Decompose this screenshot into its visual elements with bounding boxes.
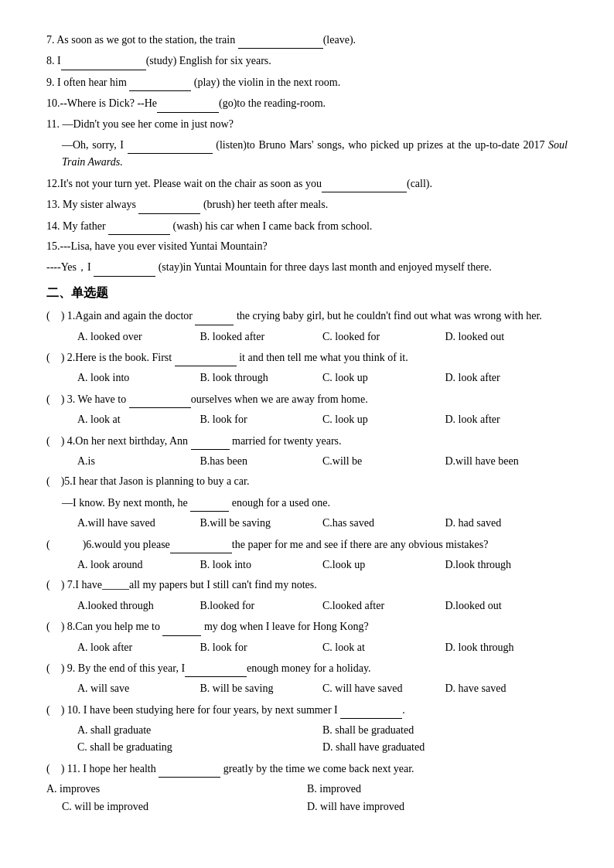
mc-q6: ( )6.would you please the paper for me a… [46, 536, 568, 553]
mc-q8-optD: D. look through [445, 639, 568, 656]
mc-q11-optA: A. improves [46, 781, 307, 798]
page-content: 7. As soon as we got to the station, the… [46, 31, 568, 815]
blank-7 [238, 31, 323, 49]
mc-q11-options: A. improves B. improved C. will be impro… [46, 781, 568, 815]
mc-q6-optA: A. look around [77, 557, 200, 574]
mc-q10-options: A. shall graduate B. shall be graduated … [46, 722, 568, 757]
mc-q9-optC: C. will have saved [322, 680, 445, 697]
q15a: 15.---Lisa, have you ever visited Yuntai… [46, 238, 568, 255]
mc-q8-optA: A. look after [77, 639, 200, 656]
mc-q8-optB: B. look for [200, 639, 323, 656]
mc-q4-optD: D.will have been [445, 453, 568, 470]
mc-q3-optC: C. look up [322, 411, 445, 428]
mc-q1-optC: C. looked for [322, 328, 445, 345]
mc-q5-options: A.will have saved B.will be saving C.has… [46, 515, 568, 532]
blank-9 [129, 73, 191, 91]
mc-q1-options: A. looked over B. looked after C. looked… [46, 328, 568, 345]
q14: 14. My father (wash) his car when I came… [46, 217, 568, 235]
mc-section: ( ) 1.Again and again the doctor the cry… [46, 307, 568, 815]
mc-q9-optB: B. will be saving [200, 680, 323, 697]
mc-q5-optA: A.will have saved [77, 515, 200, 532]
mc-q1-optA: A. looked over [77, 328, 200, 345]
mc-q6-optB: B. look into [200, 557, 323, 574]
q12: 12.It's not your turn yet. Please wait o… [46, 175, 568, 192]
blank-mc10 [340, 701, 402, 719]
mc-q5-optD: D. had saved [445, 515, 568, 532]
mc-q5a: ( )5.I hear that Jason is planning to bu… [46, 473, 568, 490]
mc-q11-optB: B. improved [307, 781, 568, 798]
fill-in-section: 7. As soon as we got to the station, the… [46, 31, 568, 277]
mc-q6-options: A. look around B. look into C.look up D.… [46, 557, 568, 574]
blank-13 [138, 196, 200, 213]
mc-q11-optC: C. will be improved [46, 798, 307, 815]
mc-q9-options: A. will save B. will be saving C. will h… [46, 680, 568, 697]
mc-q11: ( ) 11. I hope her health greatly by the… [46, 760, 568, 778]
q13: 13. My sister always (brush) her teeth a… [46, 196, 568, 213]
q15b: ----Yes，I (stay)in Yuntai Mountain for t… [46, 258, 568, 276]
q11b: —Oh, sorry, I (listen)to Bruno Mars' son… [46, 136, 568, 172]
blank-mc3 [129, 390, 191, 408]
mc-q2-optC: C. look up [322, 369, 445, 386]
blank-10 [157, 94, 219, 112]
blank-15 [94, 258, 155, 276]
mc-q2-options: A. look into B. look through C. look up … [46, 369, 568, 386]
mc-q5-optC: C.has saved [322, 515, 445, 532]
blank-mc9 [185, 659, 247, 677]
mc-q9: ( ) 9. By the end of this year, I enough… [46, 659, 568, 677]
mc-q4-optC: C.will be [322, 453, 445, 470]
mc-q1-optB: B. looked after [200, 328, 323, 345]
mc-q7-optB: B.looked for [200, 597, 323, 614]
blank-mc8 [162, 618, 201, 635]
mc-q3-optA: A. look at [77, 411, 200, 428]
mc-q10-optD: D. shall have graduated [322, 739, 568, 756]
blank-14 [108, 217, 170, 235]
blank-mc2 [175, 349, 237, 366]
mc-q7-optD: D.looked out [445, 597, 568, 614]
q7: 7. As soon as we got to the station, the… [46, 31, 568, 49]
blank-11 [128, 136, 213, 154]
mc-q2: ( ) 2.Here is the book. First it and the… [46, 349, 568, 366]
mc-q5b: —I know. By next month, he enough for a … [46, 494, 568, 512]
mc-q1: ( ) 1.Again and again the doctor the cry… [46, 307, 568, 325]
mc-q8-optC: C. look at [322, 639, 445, 656]
mc-q3-optB: B. look for [200, 411, 323, 428]
mc-q1-optD: D. looked out [445, 328, 568, 345]
blank-mc6 [170, 536, 232, 553]
mc-q2-optA: A. look into [77, 369, 200, 386]
mc-q7: ( ) 7.I have_____all my papers but I sti… [46, 577, 568, 594]
mc-q10: ( ) 10. I have been studying here for fo… [46, 701, 568, 719]
mc-q2-optB: B. look through [200, 369, 323, 386]
mc-q7-optC: C.looked after [322, 597, 445, 614]
mc-q3-optD: D. look after [445, 411, 568, 428]
mc-q11-optD: D. will have improved [307, 798, 568, 815]
q11a: 11. —Didn't you see her come in just now… [46, 116, 568, 133]
blank-12 [322, 175, 407, 192]
mc-q4: ( ) 4.On her next birthday, Ann married … [46, 432, 568, 450]
mc-q2-optD: D. look after [445, 369, 568, 386]
blank-mc11 [159, 760, 220, 778]
mc-q8: ( ) 8.Can you help me to my dog when I l… [46, 618, 568, 635]
mc-q10-optA: A. shall graduate [77, 722, 322, 739]
mc-q4-optB: B.has been [200, 453, 323, 470]
blank-mc5 [190, 494, 229, 512]
mc-q9-optD: D. have saved [445, 680, 568, 697]
mc-q3-options: A. look at B. look for C. look up D. loo… [46, 411, 568, 428]
mc-q5-optB: B.will be saving [200, 515, 323, 532]
mc-q6-optD: D.look through [445, 557, 568, 574]
mc-q4-options: A.is B.has been C.will be D.will have be… [46, 453, 568, 470]
mc-q6-optC: C.look up [322, 557, 445, 574]
mc-q10-optC: C. shall be graduating [77, 739, 322, 756]
mc-q7-optA: A.looked through [77, 597, 200, 614]
mc-q8-options: A. look after B. look for C. look at D. … [46, 639, 568, 656]
mc-q4-optA: A.is [77, 453, 200, 470]
section2-title: 二、单选题 [46, 283, 568, 303]
blank-mc4 [191, 432, 230, 450]
blank-8 [61, 52, 146, 70]
mc-q9-optA: A. will save [77, 680, 200, 697]
q10: 10.--Where is Dick? --He (go)to the read… [46, 94, 568, 112]
mc-q7-options: A.looked through B.looked for C.looked a… [46, 597, 568, 614]
blank-mc1 [195, 307, 234, 325]
q8: 8. I (study) English for six years. [46, 52, 568, 70]
mc-q3: ( ) 3. We have to ourselves when we are … [46, 390, 568, 408]
q9: 9. I often hear him (play) the violin in… [46, 73, 568, 91]
